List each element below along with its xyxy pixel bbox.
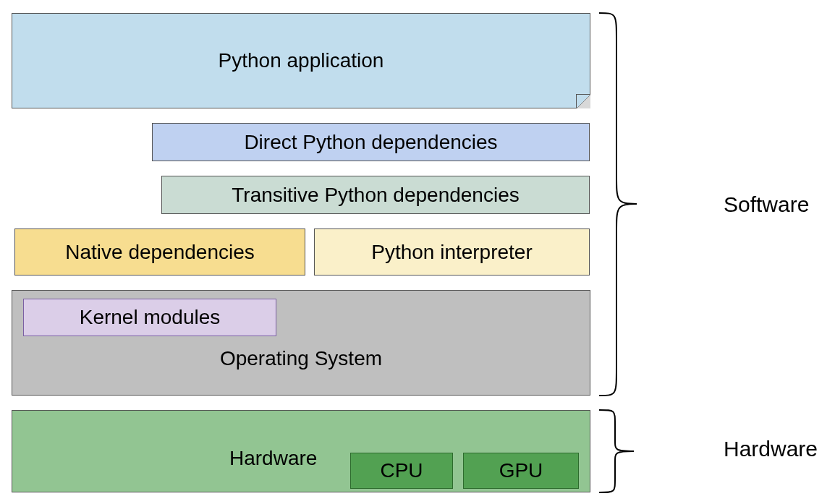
brace-hardware-icon: [596, 410, 640, 492]
layer-kernel-modules: Kernel modules: [23, 299, 276, 336]
layer-label: Python application: [219, 49, 384, 72]
layer-gpu: GPU: [463, 453, 579, 489]
layer-label: Transitive Python dependencies: [232, 184, 519, 207]
layer-label: Native dependencies: [65, 241, 255, 264]
layer-transitive-dependencies: Transitive Python dependencies: [161, 176, 590, 214]
layer-native-dependencies: Native dependencies: [14, 228, 305, 276]
layer-cpu: CPU: [350, 453, 453, 489]
layer-label: Kernel modules: [80, 306, 221, 329]
brace-software-icon: [596, 13, 640, 396]
layer-python-interpreter: Python interpreter: [314, 228, 590, 276]
layer-label: Python interpreter: [371, 241, 533, 264]
layer-label: CPU: [380, 459, 423, 482]
group-label-hardware: Hardware: [724, 437, 818, 461]
layer-label: GPU: [499, 459, 543, 482]
note-fold-corner-icon: [576, 94, 590, 108]
layer-label: Operating System: [220, 347, 382, 370]
layer-direct-dependencies: Direct Python dependencies: [152, 123, 590, 161]
layer-label: Hardware: [229, 447, 317, 470]
layer-label: Direct Python dependencies: [244, 131, 497, 154]
group-label-software: Software: [724, 192, 809, 217]
layer-python-application: Python application: [12, 13, 590, 108]
